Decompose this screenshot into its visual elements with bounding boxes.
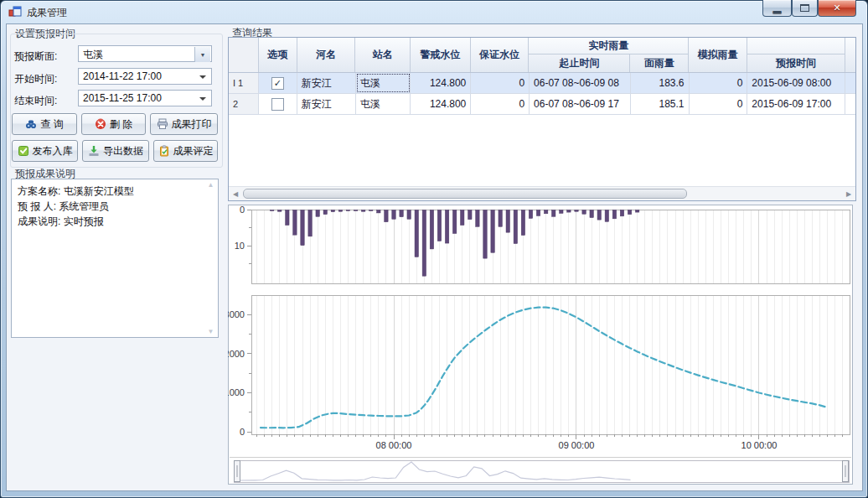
end-time-label: 结束时间:: [14, 94, 57, 108]
grid-cell-area_rain[interactable]: 185.1: [631, 94, 690, 114]
header-station[interactable]: 站名: [355, 38, 411, 72]
section-field-label: 预报断面:: [14, 49, 57, 64]
grid-cell-guarantee[interactable]: 0: [471, 73, 530, 93]
evaluate-icon: [158, 145, 170, 157]
checkbox-checked[interactable]: ✓: [271, 77, 284, 90]
grid-cell-river[interactable]: 新安江: [297, 94, 356, 114]
svg-text:2000: 2000: [228, 349, 245, 359]
close-button[interactable]: ✕: [818, 0, 856, 17]
grid-cell-river[interactable]: 新安江: [297, 73, 356, 93]
header-realtime-rain-group[interactable]: 实时雨量: [529, 38, 689, 54]
start-time-value: 2014-11-22 17:00: [83, 70, 162, 82]
grid-cell-guarantee[interactable]: 0: [471, 94, 530, 114]
scroll-left-icon[interactable]: ◀: [230, 190, 241, 198]
grid-cell-sim[interactable]: 0: [690, 94, 748, 114]
note-line-desc: 成果说明: 实时预报: [18, 214, 201, 229]
publish-button[interactable]: 发布入库: [12, 140, 78, 162]
query-button[interactable]: 查 询: [12, 113, 77, 135]
grid-body: I 1✓新安江屯溪124.800006-07 08~06-09 08183.60…: [229, 73, 855, 115]
results-grid: 选项 河名 站名 警戒水位 保证水位 实时雨量 起止时间 面雨量 模拟雨量 预报…: [228, 37, 856, 201]
svg-text:1000: 1000: [228, 387, 245, 397]
header-guarantee-level[interactable]: 保证水位: [471, 38, 530, 72]
start-time-picker[interactable]: 2014-11-22 17:00: [78, 68, 212, 85]
grid-horizontal-scrollbar[interactable]: ◀ ▶: [229, 186, 855, 200]
grid-cell-check[interactable]: ✓: [259, 73, 297, 93]
forecast-section-value: 屯溪: [83, 49, 103, 60]
grid-cell-extra[interactable]: [845, 73, 855, 93]
grid-cell-period[interactable]: 06-07 08~06-09 17: [530, 94, 631, 114]
printer-icon: [157, 118, 168, 130]
svg-text:0: 0: [240, 427, 245, 437]
header-river[interactable]: 河名: [297, 38, 356, 72]
print-results-button[interactable]: 成果打印: [150, 113, 218, 135]
grid-cell-ftime[interactable]: 2015-06-09 08:00: [747, 73, 845, 93]
grid-cell-indicator[interactable]: I 1: [229, 73, 259, 93]
grid-cell-warn[interactable]: 124.800: [411, 73, 471, 93]
header-rain-period[interactable]: 起止时间: [529, 54, 630, 72]
grid-cell-check[interactable]: [259, 94, 297, 114]
chevron-down-icon[interactable]: [199, 97, 206, 101]
header-area-rain[interactable]: 面雨量: [630, 54, 689, 72]
close-icon: ✕: [833, 3, 840, 13]
grid-cell-extra[interactable]: [845, 94, 855, 114]
grid-cell-station[interactable]: 屯溪: [356, 94, 411, 114]
title-bar: 成果管理 ▬ ✕: [0, 0, 868, 23]
grid-cell-area_rain[interactable]: 183.6: [631, 73, 690, 93]
checkbox-unchecked[interactable]: [271, 98, 284, 111]
note-scrollbar[interactable]: ▲ ▼: [205, 181, 216, 335]
svg-text:08 00:00: 08 00:00: [376, 440, 412, 450]
chevron-down-icon[interactable]: [199, 75, 206, 79]
table-row[interactable]: 2新安江屯溪124.800006-07 08~06-09 17185.10201…: [229, 94, 855, 115]
scroll-up-icon[interactable]: ▲: [208, 181, 214, 189]
svg-text:10 00:00: 10 00:00: [741, 440, 778, 450]
header-clipped-column: [845, 38, 855, 72]
header-forecast-time[interactable]: 预报时间: [747, 54, 845, 72]
grid-cell-ftime[interactable]: 2015-06-09 17:00: [747, 94, 845, 114]
header-row-indicator: [229, 38, 259, 72]
grid-cell-period[interactable]: 06-07 08~06-09 08: [530, 73, 631, 93]
forecast-section-combobox[interactable]: 屯溪 ▼: [78, 45, 212, 62]
svg-text:0: 0: [240, 205, 245, 215]
grid-cell-sim[interactable]: 0: [690, 73, 748, 93]
note-line-scheme: 方案名称: 屯溪新安江模型: [18, 184, 201, 199]
delete-icon: [95, 118, 106, 130]
grid-cell-indicator[interactable]: 2: [229, 94, 259, 114]
grid-header-row: 选项 河名 站名 警戒水位 保证水位 实时雨量 起止时间 面雨量 模拟雨量 预报…: [229, 38, 855, 73]
header-empty-top: [747, 38, 845, 54]
minimize-button[interactable]: ▬: [762, 0, 792, 17]
header-option[interactable]: 选项: [259, 38, 297, 72]
evaluate-results-button[interactable]: 成果评定: [153, 140, 218, 162]
binoculars-icon: [25, 118, 37, 130]
svg-text:10: 10: [235, 241, 245, 251]
delete-button[interactable]: 删 除: [81, 113, 146, 135]
scrollbar-thumb[interactable]: [243, 189, 687, 199]
svg-text:09 00:00: 09 00:00: [559, 440, 595, 450]
scroll-right-icon[interactable]: ▶: [843, 190, 855, 198]
svg-text:3000: 3000: [228, 309, 245, 319]
note-line-forecaster: 预 报 人: 系统管理员: [18, 199, 201, 214]
end-time-value: 2015-11-25 17:00: [83, 92, 162, 104]
grid-cell-warn[interactable]: 124.800: [411, 94, 471, 114]
combo-dropdown-button[interactable]: ▼: [194, 47, 210, 62]
window-title: 成果管理: [27, 6, 67, 20]
header-sim-rain[interactable]: 模拟雨量: [689, 38, 747, 72]
minimize-icon: ▬: [773, 6, 782, 15]
end-time-picker[interactable]: 2015-11-25 17:00: [78, 90, 212, 106]
grid-cell-station[interactable]: 屯溪: [356, 73, 411, 93]
maximize-icon: [800, 4, 809, 12]
export-icon: [88, 145, 100, 157]
maximize-button[interactable]: [792, 0, 818, 17]
app-icon: [8, 5, 22, 18]
charts-svg: 010010002000300008 00:0009 00:0010 00:00: [228, 205, 853, 485]
start-time-label: 开始时间:: [14, 72, 57, 86]
header-warn-level[interactable]: 警戒水位: [411, 38, 471, 72]
forecast-note-textarea[interactable]: 方案名称: 屯溪新安江模型 预 报 人: 系统管理员 成果说明: 实时预报 ▲ …: [11, 179, 219, 338]
table-row[interactable]: I 1✓新安江屯溪124.800006-07 08~06-09 08183.60…: [229, 73, 855, 94]
scroll-down-icon[interactable]: ▼: [208, 328, 214, 335]
export-data-button[interactable]: 导出数据: [82, 140, 149, 162]
publish-icon: [18, 145, 29, 157]
